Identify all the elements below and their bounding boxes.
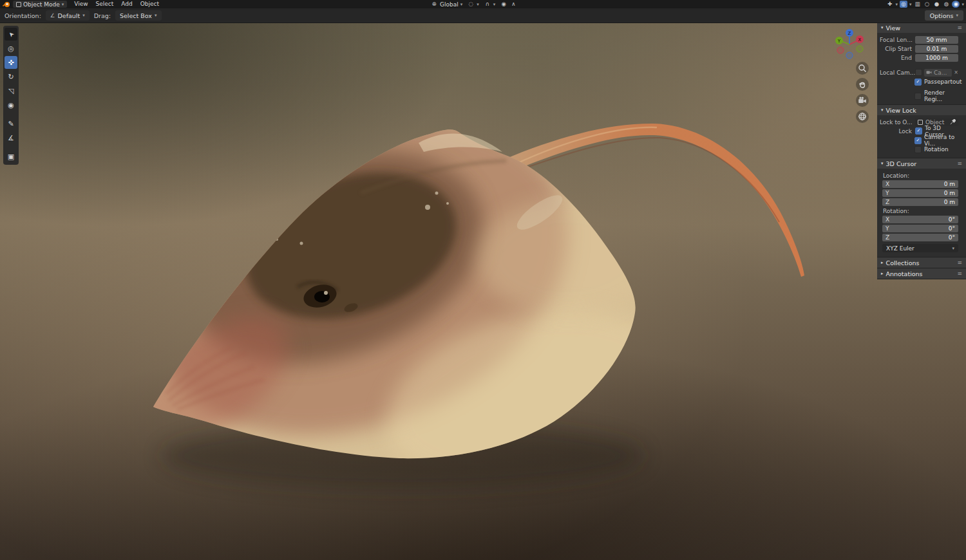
- panel-3d-cursor-header[interactable]: ▾ 3D Cursor ≡: [877, 158, 966, 169]
- options-label: Options: [930, 12, 954, 19]
- close-icon[interactable]: ×: [954, 70, 958, 75]
- clip-start-field[interactable]: 0.01 m: [915, 45, 958, 53]
- object-mode-icon: [16, 2, 21, 7]
- chevron-down-icon[interactable]: ▾: [909, 2, 912, 7]
- blender-window: Object Mode ▾ View Select Add Object ⊕ G…: [0, 0, 966, 560]
- camera-to-view-checkbox[interactable]: ✓: [914, 137, 922, 144]
- orientation-value: Default: [57, 12, 80, 19]
- camera-icon: [926, 70, 932, 75]
- local-camera-field[interactable]: Ca...: [924, 69, 952, 77]
- xray-toggle[interactable]: ▥: [913, 1, 921, 8]
- mode-selector[interactable]: Object Mode ▾: [13, 1, 67, 8]
- clip-start-label: Clip Start: [880, 46, 915, 52]
- focal-length-field[interactable]: 50 mm: [915, 36, 958, 44]
- add-cube-icon: ▣: [8, 153, 14, 161]
- viewport-3d[interactable]: [0, 0, 966, 560]
- perspective-toggle-button[interactable]: [856, 110, 869, 123]
- chevron-down-icon[interactable]: ▾: [895, 2, 898, 7]
- viewport-nav-buttons: [856, 62, 869, 123]
- lock-rotation-checkbox[interactable]: [914, 146, 922, 153]
- drag-grip-icon[interactable]: ≡: [957, 259, 962, 266]
- chevron-right-icon: ▸: [881, 271, 884, 276]
- panel-collections-header[interactable]: ▸ Collections ≡: [877, 257, 966, 268]
- navigation-gizmo[interactable]: Z Y X: [831, 24, 868, 62]
- tool-move[interactable]: ✜: [5, 56, 17, 69]
- shading-solid-button[interactable]: ●: [933, 1, 940, 8]
- tool-transform[interactable]: ◉: [5, 98, 17, 111]
- orientation-dropdown[interactable]: ∠ Default ▾: [46, 10, 90, 21]
- drag-grip-icon[interactable]: ≡: [957, 24, 962, 31]
- transform-orientation-dropdown[interactable]: ⊕ Global ▾: [430, 1, 462, 8]
- shading-rendered-button[interactable]: ◉: [952, 1, 960, 8]
- chevron-down-icon: ▾: [881, 25, 884, 30]
- tool-tweak-select[interactable]: ➤: [5, 28, 17, 41]
- tool-cursor[interactable]: ◎: [5, 42, 17, 55]
- clip-end-field[interactable]: 1000 m: [915, 54, 958, 62]
- focal-length-value: 50 mm: [927, 37, 947, 43]
- cursor-rotation-z-field[interactable]: Z 0°: [882, 234, 958, 241]
- camera-view-button[interactable]: [856, 94, 869, 107]
- clip-end-row: End 1000 m: [880, 53, 958, 62]
- tool-measure[interactable]: ∡: [5, 131, 17, 144]
- clip-end-value: 1000 m: [925, 55, 948, 61]
- tool-scale[interactable]: ◹: [5, 84, 17, 97]
- sidebar-n-panel: ▾ View ≡ Focal Len... 50 mm Clip Start 0…: [877, 23, 966, 279]
- tool-rotate[interactable]: ↻: [5, 70, 17, 83]
- local-camera-checkbox[interactable]: [915, 69, 922, 76]
- cursor-rotation-y-field[interactable]: Y 0°: [882, 225, 958, 232]
- menu-view[interactable]: View: [70, 0, 91, 8]
- viewport-header: Orientation: ∠ Default ▾ Drag: Select Bo…: [0, 8, 966, 23]
- pivot-point-dropdown[interactable]: ◌ ▾: [467, 1, 479, 8]
- rotation-mode-dropdown[interactable]: XYZ Euler ▾: [882, 244, 958, 252]
- options-button[interactable]: Options ▾: [925, 10, 963, 21]
- panel-view-lock-header[interactable]: ▾ View Lock: [877, 105, 966, 115]
- to-3d-cursor-checkbox[interactable]: ✓: [915, 127, 922, 135]
- chevron-down-icon[interactable]: ▾: [961, 2, 964, 7]
- shading-wireframe-button[interactable]: ○: [923, 1, 931, 8]
- tool-annotate[interactable]: ✎: [5, 117, 17, 130]
- cursor-location-y-field[interactable]: Y 0 m: [882, 189, 958, 197]
- proportional-editing-dropdown[interactable]: ◉ ∧: [500, 1, 517, 8]
- chevron-down-icon: ▾: [956, 13, 958, 18]
- show-overlays-toggle[interactable]: ◎: [900, 1, 907, 8]
- render-region-checkbox[interactable]: [914, 93, 922, 100]
- blender-logo-icon[interactable]: [3, 1, 10, 8]
- gizmo-x-label[interactable]: X: [858, 37, 862, 42]
- panel-collections: ▸ Collections ≡: [877, 257, 966, 268]
- rotation-mode-value: XYZ Euler: [886, 245, 914, 252]
- menu-add[interactable]: Add: [117, 0, 136, 8]
- menu-object[interactable]: Object: [137, 0, 163, 8]
- zoom-button[interactable]: [856, 62, 869, 75]
- passepartout-checkbox[interactable]: ✓: [914, 79, 922, 86]
- annotate-icon: ✎: [8, 120, 14, 128]
- drag-grip-icon[interactable]: ≡: [957, 160, 962, 167]
- drag-dropdown[interactable]: Select Box ▾: [115, 10, 162, 21]
- cursor-location-x-field[interactable]: X 0 m: [882, 180, 958, 188]
- gizmo-z-label[interactable]: Z: [848, 31, 851, 36]
- camera-icon: [858, 96, 867, 105]
- axis-value: 0°: [949, 216, 955, 223]
- panel-annotations-header[interactable]: ▸ Annotations ≡: [877, 268, 966, 279]
- cursor-location-z-field[interactable]: Z 0 m: [882, 198, 958, 206]
- cursor-rotation-x-field[interactable]: X 0°: [882, 216, 958, 223]
- cursor-rotation-z-row: Z 0°: [880, 233, 958, 241]
- snap-dropdown[interactable]: ∩ ▾: [484, 1, 496, 8]
- cursor-tool-icon: ◎: [8, 44, 14, 53]
- magnifier-icon: [858, 64, 867, 73]
- pan-button[interactable]: [856, 78, 869, 91]
- tool-add-cube[interactable]: ▣: [5, 150, 17, 163]
- location-label: Location:: [883, 173, 966, 179]
- axis-value: 0 m: [944, 181, 955, 187]
- drag-grip-icon[interactable]: ≡: [957, 270, 962, 277]
- object-icon: [918, 120, 923, 125]
- show-gizmo-toggle[interactable]: ✚: [886, 1, 893, 8]
- panel-view-header[interactable]: ▾ View ≡: [877, 23, 966, 33]
- gizmo-y-label[interactable]: Y: [837, 39, 841, 44]
- local-camera-value: Ca...: [934, 70, 947, 76]
- menu-select[interactable]: Select: [92, 0, 118, 8]
- shading-material-button[interactable]: ◍: [942, 1, 950, 8]
- drag-value: Select Box: [120, 12, 152, 19]
- globe-icon: ⊕: [430, 1, 438, 8]
- chevron-down-icon: ▾: [477, 2, 479, 7]
- topbar: Object Mode ▾ View Select Add Object ⊕ G…: [0, 0, 966, 8]
